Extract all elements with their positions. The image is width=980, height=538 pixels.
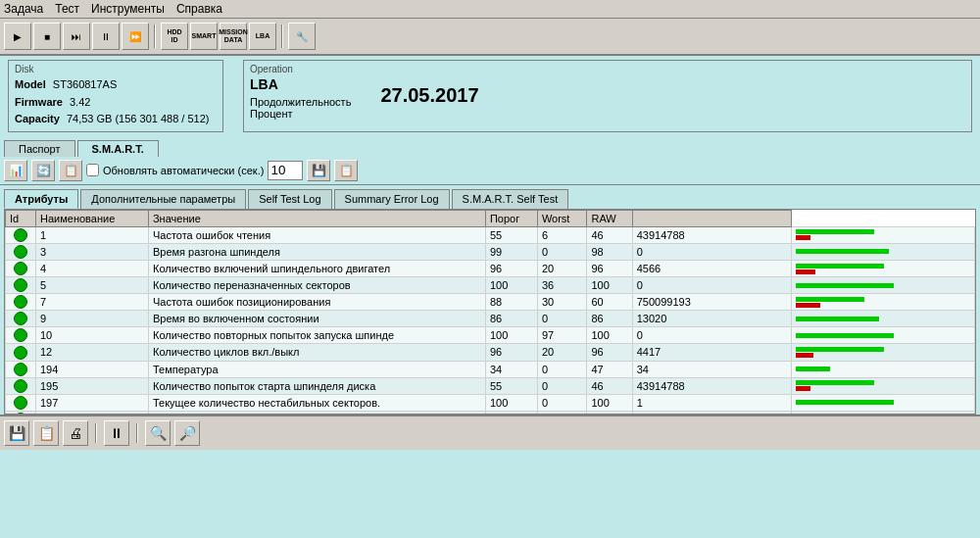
toolbar-sep-2 (281, 24, 283, 48)
row-name: Количество попыток старта шпинделя диска (148, 377, 485, 394)
interval-input[interactable] (268, 161, 303, 180)
operation-type: LBA (250, 76, 351, 92)
row-id: 10 (36, 327, 149, 344)
bottom-save-btn[interactable]: 💾 (4, 420, 29, 446)
smart-copy-btn[interactable]: 📋 (334, 160, 358, 181)
mission-data-button[interactable]: MISSIONDATA (220, 23, 247, 50)
table-row: 1Частота ошибок чтения5564643914788 (6, 226, 975, 243)
menu-test[interactable]: Тест (55, 2, 79, 16)
bar-red (796, 235, 810, 240)
disk-capacity-value: 74,53 GB (156 301 488 / 512) (67, 113, 210, 124)
row-raw: 4566 (632, 260, 791, 276)
auto-update-area: Обновлять автоматически (сек.) (86, 164, 264, 176)
bottom-pause-btn[interactable]: ⏸ (104, 420, 129, 446)
menu-bar: Задача Тест Инструменты Справка (0, 0, 980, 19)
bar-green (796, 264, 884, 269)
disk-model-line: Model ST360817AS (15, 76, 217, 94)
row-value: 99 (485, 243, 537, 260)
row-name: Количество повторных попыток запуска шпи… (148, 327, 485, 344)
disk-firmware-line: Firmware 3.42 (15, 94, 217, 112)
skip-end-button[interactable]: ⏭ (63, 23, 90, 50)
tab-passport[interactable]: Паспорт (4, 140, 75, 157)
row-value: 100 (485, 277, 537, 294)
row-bar-cell (791, 243, 975, 260)
attributes-table-container[interactable]: Id Наименование Значение Порог Worst RAW… (4, 209, 976, 415)
bottom-toolbar: 💾 📋 🖨 ⏸ 🔍 🔎 (0, 415, 980, 450)
bottom-print-btn[interactable]: 🖨 (63, 420, 88, 446)
bottom-search2-btn[interactable]: 🔎 (174, 420, 200, 446)
bar-container (796, 297, 971, 308)
hdd-id-button[interactable]: HDDID (161, 23, 188, 50)
tools-button[interactable]: 🔧 (288, 23, 316, 50)
bottom-search-btn[interactable]: 🔍 (145, 420, 171, 446)
row-raw: 0 (632, 277, 791, 294)
row-worst: 96 (587, 260, 632, 276)
smart-icon-btn-2[interactable]: 🔄 (31, 160, 55, 181)
operation-labels: Продолжительность Процент (250, 96, 351, 120)
table-row: 5Количество переназначенных секторов1003… (6, 277, 975, 294)
row-bar-cell (791, 394, 975, 411)
bar-green (796, 333, 894, 338)
smart-icon-btn-3[interactable]: 📋 (59, 160, 82, 181)
col-value: Значение (148, 210, 485, 226)
row-threshold: 6 (537, 226, 587, 243)
top-tabs: Паспорт S.M.A.R.T. (0, 136, 980, 157)
lba-button[interactable]: LBA (249, 23, 276, 50)
row-name: Частота ошибок позиционирования (148, 294, 485, 311)
tab-attributes[interactable]: Атрибуты (4, 189, 78, 209)
row-bar-cell (791, 377, 975, 394)
status-icon (14, 295, 27, 309)
smart-button[interactable]: SMART (190, 23, 218, 50)
table-row: 194Температура3404734 (6, 361, 975, 377)
bar-red (796, 353, 813, 358)
menu-help[interactable]: Справка (176, 2, 222, 16)
pause-button[interactable]: ⏸ (92, 23, 120, 50)
tab-smart[interactable]: S.M.A.R.T. (77, 140, 159, 157)
disk-group-title: Disk (15, 64, 217, 74)
bar-green (796, 380, 874, 385)
stop-button[interactable]: ■ (33, 23, 61, 50)
row-bar-cell (791, 294, 975, 311)
bar-container (796, 333, 971, 338)
tab-summary-error-log[interactable]: Summary Error Log (334, 189, 450, 209)
fast-forward-button[interactable]: ⏩ (122, 23, 149, 50)
menu-instruments[interactable]: Инструменты (91, 2, 165, 16)
status-icon (14, 245, 27, 259)
row-threshold: 0 (537, 311, 587, 327)
smart-save-btn[interactable]: 💾 (307, 160, 330, 181)
row-worst: 98 (587, 243, 632, 260)
tab-smart-self-test[interactable]: S.M.A.R.T. Self Test (452, 189, 569, 209)
row-raw: 13020 (632, 311, 791, 327)
smart-icon-btn-1[interactable]: 📊 (4, 160, 27, 181)
auto-update-checkbox[interactable] (86, 164, 99, 176)
row-value: 100 (485, 394, 537, 411)
bar-container (796, 283, 971, 288)
toolbar-sep-1 (154, 24, 156, 48)
col-id: Id (6, 210, 36, 226)
row-icon-cell (6, 377, 36, 394)
row-name: Частота ошибок чтения (148, 226, 485, 243)
menu-zadacha[interactable]: Задача (4, 2, 43, 16)
tab-self-test-log[interactable]: Self Test Log (248, 189, 331, 209)
auto-update-label: Обновлять автоматически (сек.) (103, 165, 264, 176)
row-value: 88 (485, 294, 537, 311)
play-button[interactable]: ▶ (4, 23, 31, 50)
row-bar-cell (791, 260, 975, 276)
bar-red (796, 303, 820, 308)
disk-firmware-value: 3.42 (70, 96, 90, 108)
operation-group: Operation LBA Продолжительность Процент … (243, 60, 972, 132)
row-threshold: 0 (537, 243, 587, 260)
row-id: 194 (36, 361, 149, 377)
disk-capacity-line: Capacity 74,53 GB (156 301 488 / 512) (15, 111, 217, 128)
bottom-copy-btn[interactable]: 📋 (33, 420, 59, 446)
status-icon (14, 278, 27, 292)
smart-toolbar: 📊 🔄 📋 Обновлять автоматически (сек.) 💾 📋 (0, 157, 980, 185)
row-raw: 750099193 (632, 294, 791, 311)
row-raw: 0 (632, 243, 791, 260)
disk-model-value: ST360817AS (53, 78, 117, 90)
row-bar-cell (791, 226, 975, 243)
status-icon (14, 262, 27, 275)
tab-additional[interactable]: Дополнительные параметры (80, 189, 246, 209)
attributes-table: Id Наименование Значение Порог Worst RAW… (5, 210, 975, 415)
main-toolbar: ▶ ■ ⏭ ⏸ ⏩ HDDID SMART MISSIONDATA LBA 🔧 (0, 19, 980, 56)
